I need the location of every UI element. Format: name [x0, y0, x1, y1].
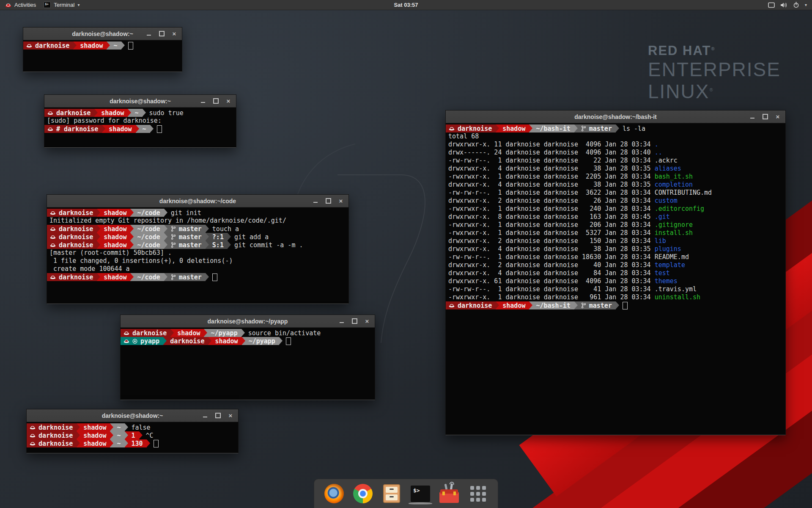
ls-row: -rwxrwxr-x. 1 darknoise darknoise 961 Ja… [446, 293, 785, 301]
prompt-segment-host: shadow [73, 41, 107, 50]
terminal-window[interactable]: darknoise@shadow:~/pyapp×darknoiseshadow… [120, 315, 375, 400]
ls-row: -rw-rw-r--. 1 darknoise darknoise 22 Jan… [446, 157, 785, 165]
terminal-body[interactable]: darknoiseshadow~sudo true[sudo] password… [44, 108, 236, 147]
ls-meta: -rwxrwxr-x. 1 darknoise darknoise 2205 J… [448, 173, 655, 180]
prompt-segment-label: ~/code [137, 241, 160, 249]
prompt-segment-path: ~/code [130, 209, 164, 217]
dock-toolbox[interactable] [439, 483, 460, 504]
terminal-output-line: [master (root-commit) 50bcb63] . [47, 249, 348, 257]
minimize-button[interactable] [749, 113, 756, 120]
terminal-body[interactable]: darknoiseshadow~falsedarknoiseshadow~1^C… [27, 422, 238, 453]
chevron-down-icon: ▾ [77, 3, 80, 7]
command-text: git init [171, 209, 201, 217]
minimize-button[interactable] [145, 30, 152, 37]
prompt-segment-path: ~/pyapp [204, 329, 241, 337]
close-button[interactable]: × [364, 318, 370, 325]
terminal-window[interactable]: darknoise@shadow:~×darknoiseshadow~false… [26, 409, 239, 453]
minimize-button[interactable] [338, 318, 345, 325]
terminal-window[interactable]: darknoise@shadow:~/bash-it×darknoiseshad… [445, 110, 786, 435]
window-titlebar[interactable]: darknoise@shadow:~× [23, 28, 182, 40]
window-titlebar[interactable]: darknoise@shadow:~/pyapp× [121, 315, 375, 328]
window-titlebar[interactable]: darknoise@shadow:~× [44, 95, 236, 108]
activities-button[interactable]: Activities [0, 0, 41, 10]
prompt-segment-label: shadow [104, 209, 126, 217]
prompt-segment-user: darknoise [47, 273, 97, 281]
window-titlebar[interactable]: darknoise@shadow:~/code× [47, 195, 348, 207]
prompt-segment-label: ~ [117, 424, 121, 431]
command-text: ls -la [623, 125, 645, 133]
ls-meta: -rwxrwxr-x. 1 darknoise darknoise 240 Ja… [448, 205, 655, 213]
close-button[interactable]: × [227, 412, 234, 419]
prompt-segment-host: shadow [170, 329, 204, 337]
minimize-button[interactable] [200, 98, 206, 105]
rhel-logo-line2: ENTERPRISE [648, 60, 781, 79]
prompt-segment-branch: master [164, 273, 206, 281]
dock-chrome[interactable] [352, 483, 373, 504]
ls-name: .editorconfig [655, 205, 704, 213]
terminal-body[interactable]: darknoiseshadow~/codegit initInitialized… [47, 207, 348, 304]
window-title: darknoise@shadow:~ [72, 30, 133, 37]
maximize-button[interactable] [351, 318, 358, 325]
git-branch-icon [581, 302, 586, 309]
top-bar: Activities $> Terminal ▾ Sat 03:57 ▾ [0, 0, 812, 10]
minimize-button[interactable] [202, 412, 208, 419]
terminal-body[interactable]: darknoiseshadow~ [23, 40, 182, 72]
ls-row: drwxrwxr-x. 11 darknoise darknoise 4096 … [446, 141, 785, 149]
redhat-hat-icon [50, 226, 56, 231]
close-button[interactable]: × [171, 30, 178, 37]
maximize-button[interactable] [762, 113, 768, 120]
dock-terminal[interactable]: $> [410, 483, 431, 504]
ls-name: completion [655, 181, 693, 188]
terminal-body[interactable]: darknoiseshadow~/pyappsource bin/activat… [121, 328, 375, 400]
prompt-segment-label: darknoise [59, 233, 93, 241]
redhat-hat-icon [47, 127, 53, 131]
prompt-segment-path: ~/code [130, 241, 164, 249]
maximize-button[interactable] [158, 30, 165, 37]
terminal-cursor [128, 42, 133, 50]
ls-name: custom [655, 197, 678, 204]
clock[interactable]: Sat 03:57 [394, 2, 418, 8]
close-button[interactable]: × [225, 98, 232, 105]
maximize-button[interactable] [212, 98, 219, 105]
redhat-hat-icon [47, 110, 53, 115]
minimize-button[interactable] [312, 198, 319, 204]
ls-name: . [655, 141, 658, 148]
prompt-segment-host: shadow [102, 125, 135, 133]
window-titlebar[interactable]: darknoise@shadow:~× [27, 409, 238, 422]
toolbox-icon [439, 487, 459, 503]
maximize-button[interactable] [214, 412, 221, 419]
terminal-body[interactable]: darknoiseshadow~/bash-itmasterls -latota… [446, 123, 785, 435]
terminal-window[interactable]: darknoise@shadow:~×darknoiseshadow~sudo … [44, 94, 236, 148]
system-status-area[interactable]: ▾ [768, 2, 812, 8]
app-menu-terminal[interactable]: $> Terminal ▾ [41, 0, 85, 10]
prompt-segment-label: shadow [177, 329, 200, 337]
close-button[interactable]: × [774, 113, 781, 120]
prompt-segment-host: shadow [94, 109, 128, 117]
redhat-icon [5, 3, 11, 8]
prompt-segment-host: shadow [496, 301, 529, 309]
redhat-hat-icon [30, 441, 36, 446]
ls-meta: drwxrwxr-x. 2 darknoise darknoise 26 Jan… [448, 197, 655, 204]
command-text: false [132, 424, 151, 431]
terminal-window[interactable]: darknoise@shadow:~×darknoiseshadow~ [23, 27, 182, 72]
terminal-prompt-line: darknoiseshadow~/codemastertouch a [47, 225, 348, 233]
terminal-window[interactable]: darknoise@shadow:~/code×darknoiseshadow~… [47, 194, 349, 304]
prompt-segment-label: shadow [109, 125, 132, 133]
window-titlebar[interactable]: darknoise@shadow:~/bash-it× [446, 110, 785, 123]
maximize-button[interactable] [325, 198, 332, 204]
ls-name: .ackrc [655, 157, 678, 164]
prompt-segment-label: master [179, 225, 202, 233]
dock-firefox[interactable] [324, 483, 345, 504]
prompt-segment-user: darknoise [47, 225, 97, 233]
git-branch-icon [581, 125, 586, 132]
dock-app-grid[interactable] [467, 483, 488, 504]
ls-meta: -rw-rw-r--. 1 darknoise darknoise 22 Jan… [448, 157, 655, 164]
prompt-segment-path: ~/bash-it [529, 301, 574, 309]
dock-files[interactable] [381, 483, 402, 504]
window-title: darknoise@shadow:~ [110, 98, 171, 105]
prompt-segment-user: darknoise [47, 209, 97, 217]
ls-name: lib [655, 237, 666, 245]
close-button[interactable]: × [337, 198, 344, 204]
ls-row: drwxrwxr-x. 4 darknoise darknoise 38 Jan… [446, 165, 785, 173]
ls-row: drwx------. 24 darknoise darknoise 4096 … [446, 149, 785, 157]
